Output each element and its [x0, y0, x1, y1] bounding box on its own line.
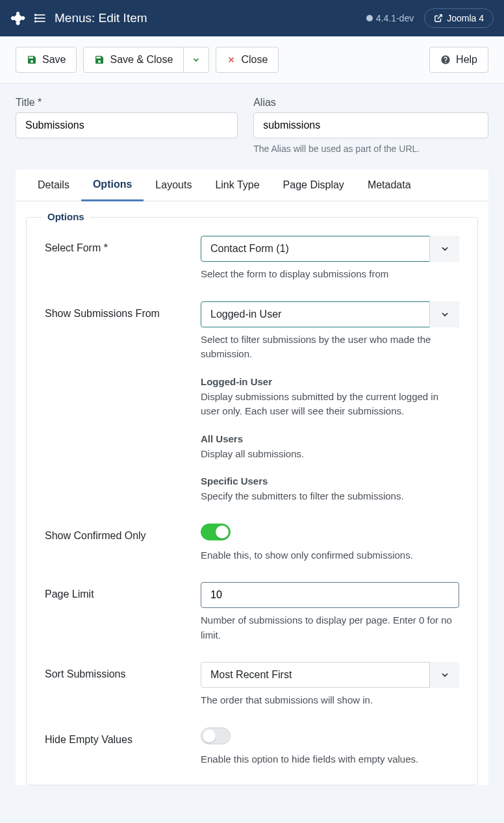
fieldset-legend: Options	[42, 211, 90, 222]
sort-label: Sort Submissions	[45, 662, 201, 708]
alias-input[interactable]	[253, 112, 488, 138]
select-form-dropdown[interactable]: Contact Form (1)	[201, 236, 459, 262]
help-logged-body: Display submissions submitted by the cur…	[201, 390, 459, 419]
help-button[interactable]: Help	[429, 47, 488, 73]
tab-page-display[interactable]: Page Display	[271, 170, 356, 201]
tab-metadata[interactable]: Metadata	[356, 170, 423, 201]
save-close-group: Save & Close	[83, 47, 209, 73]
select-form-label: Select Form *	[45, 236, 201, 282]
title-input[interactable]	[16, 112, 238, 138]
svg-line-7	[438, 15, 442, 19]
tab-link-type[interactable]: Link Type	[203, 170, 271, 201]
external-link-icon	[434, 14, 443, 23]
confirmed-toggle[interactable]	[201, 524, 231, 540]
sort-dropdown[interactable]: Most Recent First	[201, 662, 459, 688]
version-badge: 4.4.1-dev	[366, 13, 414, 23]
menu-icon[interactable]	[34, 12, 47, 25]
confirmed-label: Show Confirmed Only	[45, 524, 201, 563]
save-icon	[94, 55, 105, 65]
svg-point-5	[35, 21, 36, 22]
joomla-small-icon	[366, 14, 373, 22]
help-logged-title: Logged-in User	[201, 376, 459, 387]
alias-description: The Alias will be used as part of the UR…	[253, 144, 488, 154]
help-specific-body: Specify the submitters to filter the sub…	[201, 489, 459, 504]
save-dropdown-button[interactable]	[184, 47, 209, 73]
confirmed-desc: Enable this, to show only confirmed subm…	[201, 548, 459, 563]
help-all-body: Display all submissions.	[201, 447, 459, 462]
show-from-label: Show Submissions From	[45, 301, 201, 504]
save-icon	[27, 55, 37, 65]
help-all-title: All Users	[201, 433, 459, 444]
tab-options[interactable]: Options	[81, 170, 144, 201]
tab-layouts[interactable]: Layouts	[144, 170, 203, 201]
toolbar: Save Save & Close Close Help	[0, 36, 504, 84]
title-label: Title *	[16, 97, 238, 108]
save-close-button[interactable]: Save & Close	[83, 47, 184, 73]
options-fieldset: Options Select Form * Contact Form (1) S…	[26, 217, 478, 785]
hide-empty-desc: Enable this option to hide fields with e…	[201, 752, 459, 767]
alias-label: Alias	[253, 97, 488, 108]
show-from-dropdown[interactable]: Logged-in User	[201, 301, 459, 327]
sort-desc: The order that submissions will show in.	[201, 693, 459, 708]
help-specific-title: Specific Users	[201, 475, 459, 487]
hide-empty-label: Hide Empty Values	[45, 728, 201, 767]
app-header: Menus: Edit Item 4.4.1-dev Joomla 4	[0, 0, 504, 36]
save-button[interactable]: Save	[16, 47, 77, 73]
joomla-version-button[interactable]: Joomla 4	[424, 8, 494, 28]
tab-details[interactable]: Details	[26, 170, 81, 201]
joomla-logo-icon	[10, 10, 26, 26]
svg-point-6	[366, 15, 373, 21]
page-limit-label: Page Limit	[45, 582, 201, 642]
tabs: Details Options Layouts Link Type Page D…	[16, 170, 488, 201]
select-form-desc: Select the form to display submissions f…	[201, 267, 459, 282]
svg-point-3	[35, 14, 36, 16]
page-limit-desc: Number of submissions to display per pag…	[201, 613, 459, 642]
show-from-desc: Select to filter submissions by the user…	[201, 333, 459, 362]
close-icon	[227, 55, 236, 64]
page-limit-input[interactable]	[201, 582, 459, 608]
chevron-down-icon	[192, 55, 201, 64]
help-icon	[440, 55, 451, 65]
svg-point-4	[35, 18, 36, 19]
tab-panel: Details Options Layouts Link Type Page D…	[16, 170, 488, 785]
hide-empty-toggle[interactable]	[201, 728, 231, 744]
close-button[interactable]: Close	[216, 47, 279, 73]
page-title: Menus: Edit Item	[55, 11, 147, 25]
